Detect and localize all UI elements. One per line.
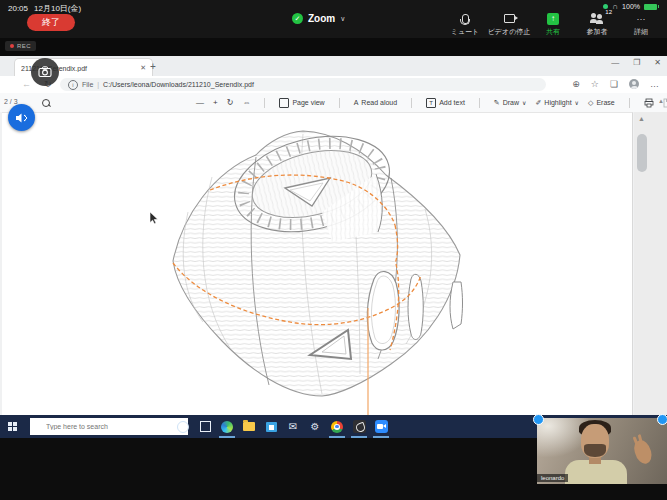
draw-button[interactable]: ✎ Draw ∨ <box>494 99 527 107</box>
page-view-button[interactable]: Page view <box>279 98 324 108</box>
fit-width-button[interactable]: ⇔ <box>242 98 250 107</box>
more-options-button[interactable]: ··· 詳細 <box>619 12 663 37</box>
share-screen-button[interactable]: ↑ 共有 <box>531 12 575 37</box>
scrollbar-up-icon[interactable]: ▲ <box>658 98 664 104</box>
highlight-button[interactable]: ✐ Highlight ∨ <box>535 99 579 107</box>
microsoft-store-icon <box>266 422 277 432</box>
erase-button[interactable]: ◇ Erase <box>588 99 615 107</box>
tab-close-icon[interactable]: ✕ <box>140 64 146 72</box>
vertical-scrollbar[interactable]: ▲ <box>634 112 667 415</box>
draw-pen-icon: ✎ <box>494 99 500 107</box>
video-resize-handle-right[interactable] <box>657 414 667 425</box>
battery-percent: 100% <box>622 3 640 10</box>
speaker-bluetooth-icon <box>15 112 29 124</box>
add-text-icon: T <box>426 98 436 108</box>
chevron-down-icon[interactable]: ∨ <box>340 15 345 23</box>
minimize-button[interactable]: — <box>611 58 619 67</box>
rotate-button[interactable]: ↻ <box>227 98 234 107</box>
eraser-icon: ◇ <box>588 99 593 107</box>
taskbar-store-button[interactable] <box>260 415 282 438</box>
wireframe-3d-model <box>60 112 630 418</box>
clock-time: 20:05 <box>8 4 28 13</box>
participants-button[interactable]: 12 参加者 <box>575 12 619 37</box>
page-info-icon[interactable]: i <box>68 80 78 90</box>
video-camera-icon <box>504 12 515 25</box>
taskbar-zoom-button[interactable] <box>370 415 392 438</box>
headset-icon: ∩ <box>612 2 618 11</box>
zoom-page-icon[interactable]: ⊕ <box>572 79 580 89</box>
screenshot-camera-overlay-button[interactable] <box>31 58 59 86</box>
meeting-title: Zoom <box>308 13 335 24</box>
profile-avatar[interactable] <box>629 79 639 89</box>
mouse-cursor <box>149 212 161 226</box>
participants-count-badge: 12 <box>605 9 612 15</box>
taskbar-mail-button[interactable]: ✉ <box>282 415 304 438</box>
tab-strip: 211210_Serendix.pdf ✕ + — ❐ ✕ <box>0 56 667 77</box>
recording-dot-icon <box>10 44 14 48</box>
cortana-icon <box>177 421 189 433</box>
highlight-chevron-icon[interactable]: ∨ <box>575 99 579 106</box>
url-text: C:/Users/leona/Downloads/211210_Serendix… <box>103 81 254 88</box>
right-edge-opening <box>450 282 463 329</box>
address-bar[interactable]: i File | C:/Users/leona/Downloads/211210… <box>60 78 546 91</box>
door-opening <box>367 272 399 350</box>
mail-icon: ✉ <box>289 421 297 432</box>
pdf-toolbar: 2 / 3 — + ↻ ⇔ Page view A Read aloud <box>0 93 667 113</box>
person-hand <box>632 438 653 465</box>
security-shield-icon[interactable]: ✓ <box>292 13 303 24</box>
new-tab-button[interactable]: + <box>150 61 156 72</box>
battery-icon <box>644 4 657 10</box>
zoom-in-button[interactable]: + <box>213 98 218 107</box>
camera-icon <box>38 66 52 78</box>
person-beard <box>584 444 606 457</box>
read-aloud-speaker-button[interactable] <box>8 104 35 131</box>
restore-button[interactable]: ❐ <box>633 58 640 67</box>
end-meeting-button[interactable]: 終了 <box>27 14 75 31</box>
settings-gear-icon: ⚙ <box>311 421 320 432</box>
read-aloud-button[interactable]: A Read aloud <box>354 99 397 106</box>
taskbar-settings-button[interactable]: ⚙ <box>304 415 326 438</box>
screenshot-root: 20:05 12月10日(金) 終了 ✓ Zoom ∨ ∩ 100% ミュート … <box>0 0 667 500</box>
task-view-icon <box>200 421 211 432</box>
file-scheme-label: File <box>82 81 93 88</box>
collections-icon[interactable]: ❏ <box>610 79 618 89</box>
cortana-button[interactable] <box>172 415 194 438</box>
microphone-icon <box>462 12 469 25</box>
scrollbar-thumb[interactable] <box>637 134 647 172</box>
share-screen-icon: ↑ <box>547 12 559 25</box>
taskbar-3d-app-button[interactable] <box>348 415 370 438</box>
start-button[interactable] <box>8 422 17 431</box>
taskbar-chrome-button[interactable] <box>326 415 348 438</box>
file-explorer-icon <box>243 422 255 431</box>
favorites-star-icon[interactable]: ☆ <box>591 79 599 89</box>
taskbar-search-input[interactable] <box>30 418 188 435</box>
scroll-up-arrow-icon[interactable]: ▲ <box>638 115 645 122</box>
clock-date: 12月10日(金) <box>34 3 81 14</box>
highlighter-icon: ✐ <box>535 99 541 107</box>
participant-name-tag: leonardo <box>537 474 568 482</box>
zoom-meeting-topbar: 20:05 12月10日(金) 終了 ✓ Zoom ∨ ∩ 100% ミュート … <box>0 0 667 38</box>
taskbar-explorer-button[interactable] <box>238 415 260 438</box>
webcam-video-tile[interactable]: leonardo <box>537 418 667 484</box>
mute-button[interactable]: ミュート <box>443 12 487 37</box>
address-bar-row: ← カメラ の映り具合 ↻ i File | C:/Users/leona/Do… <box>0 76 667 94</box>
stop-video-button[interactable]: ビデオの停止 <box>487 12 531 37</box>
edge-icon <box>221 421 233 433</box>
participants-icon: 12 <box>590 12 604 25</box>
taskbar-edge-button[interactable] <box>216 415 238 438</box>
3d-modeling-app-icon <box>353 420 366 433</box>
pdf-search-icon[interactable] <box>42 99 50 107</box>
ellipsis-icon: ··· <box>637 12 646 25</box>
close-button[interactable]: ✕ <box>654 58 661 67</box>
window-controls: — ❐ ✕ <box>611 58 661 67</box>
back-button[interactable]: ← <box>22 79 31 89</box>
add-text-button[interactable]: T Add text <box>426 98 465 108</box>
chrome-icon <box>331 421 343 433</box>
page-view-icon <box>279 98 289 108</box>
browser-menu-ellipsis-icon[interactable]: … <box>650 79 659 89</box>
print-button[interactable] <box>644 98 654 108</box>
task-view-button[interactable] <box>194 415 216 438</box>
zoom-out-button[interactable]: — <box>196 98 204 107</box>
video-resize-handle-left[interactable] <box>533 414 544 425</box>
draw-chevron-icon[interactable]: ∨ <box>522 99 526 106</box>
